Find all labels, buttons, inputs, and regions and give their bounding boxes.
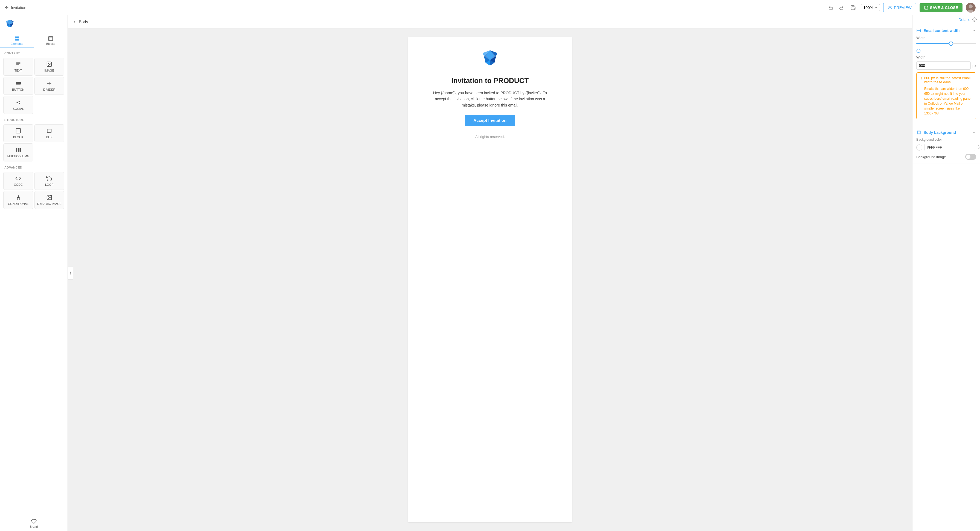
bg-color-label: Background color [916,138,976,141]
width-input-label: Width [916,55,976,59]
email-content-width-section: Email content width Width [912,24,980,126]
email-logo [479,48,501,70]
advanced-elements-grid: CODE LOOP CONDITIONAL [0,171,68,210]
body-background-label: Body background [923,130,956,135]
canvas-header: Body [68,15,912,29]
element-block[interactable]: BLOCK [3,124,33,142]
chevron-up-icon [972,29,976,33]
brand-label: Brand [30,525,38,528]
svg-point-26 [16,101,18,103]
element-box[interactable]: BOX [35,124,65,142]
element-conditional[interactable]: CONDITIONAL [3,191,33,209]
bg-image-toggle[interactable] [965,154,976,160]
svg-rect-31 [16,128,21,133]
color-hex-input[interactable] [924,144,975,151]
element-multicolumn[interactable]: MULTICOLUMN [3,143,33,162]
topbar: Invitation 100% PREVIEW [0,0,980,15]
bg-image-row: Background image [916,151,976,160]
element-code[interactable]: CODE [3,172,33,190]
zoom-value: 100% [863,5,873,10]
width-warning-box: ! 600 px is still the safest email width… [916,72,976,119]
collapse-sidebar-button[interactable] [68,266,73,280]
save-close-button[interactable]: SAVE & CLOSE [920,3,963,12]
width-input[interactable] [916,62,971,70]
email-content-width-label: Email content width [923,29,959,33]
width-slider-fill [916,43,952,44]
bg-image-label: Background image [916,155,946,159]
element-conditional-label: CONDITIONAL [8,202,29,205]
color-swatch[interactable] [916,144,922,151]
app-logo-icon [5,19,15,30]
svg-point-0 [889,7,891,8]
element-text[interactable]: TEXT [3,58,33,76]
canvas-area: Body [68,15,912,531]
redo-button[interactable] [837,3,845,12]
brand-button[interactable]: Brand [0,516,68,531]
logo [0,15,68,33]
undo-button[interactable] [827,3,835,12]
element-divider[interactable]: DIVIDER [35,77,65,95]
body-background-body: Background color [912,138,980,163]
svg-point-23 [48,63,49,63]
page-title: Invitation [11,5,26,10]
svg-point-27 [19,101,20,102]
width-unit: px [972,63,976,68]
element-block-label: BLOCK [13,135,23,139]
tab-elements-label: Elements [11,42,23,45]
save-draft-button[interactable] [849,3,858,12]
email-card[interactable]: Invitation to PRODUCT Hey {{name}}, you … [408,37,572,522]
svg-point-55 [979,146,980,148]
width-slider-thumb[interactable] [949,41,953,46]
user-avatar[interactable] [966,3,975,13]
svg-rect-34 [18,148,19,152]
back-button[interactable]: Invitation [5,5,26,10]
element-dynamic-image-label: DYNAMIC IMAGE [37,202,62,205]
body-background-title: Body background [916,130,956,135]
right-panel: Details Email content width Width [912,15,980,531]
content-section-label: CONTENT [0,48,68,57]
zoom-selector[interactable]: 100% [861,4,880,11]
canvas-scroll[interactable]: Invitation to PRODUCT Hey {{name}}, you … [68,29,912,531]
element-dynamic-image[interactable]: DYNAMIC IMAGE [35,191,65,209]
tab-blocks-label: Blocks [46,42,55,45]
element-loop[interactable]: LOOP [35,172,65,190]
body-background-header[interactable]: Body background [912,126,980,138]
settings-icon[interactable] [972,17,977,22]
svg-point-28 [19,103,20,104]
svg-line-29 [18,101,19,102]
preview-button[interactable]: PREVIEW [883,3,916,12]
width-input-row: px [916,62,976,70]
element-image[interactable]: IMAGE [35,58,65,76]
email-body: Hey {{name}}, you have been invited to P… [430,90,550,108]
element-button[interactable]: BUTTON [3,77,33,95]
svg-rect-33 [16,148,17,152]
element-button-label: BUTTON [12,88,24,91]
left-sidebar: Elements Blocks CONTENT TEXT [0,15,68,531]
details-link[interactable]: Details [958,17,970,22]
help-icon[interactable] [916,49,921,53]
toggle-thumb [966,155,970,159]
width-icon [916,28,921,33]
element-social[interactable]: SOCIAL [3,96,33,114]
svg-line-30 [18,103,19,103]
email-content-width-body: Width Width px [912,36,980,126]
element-box-label: BOX [46,135,52,139]
width-help-row [916,49,976,53]
tab-elements[interactable]: Elements [0,33,34,48]
svg-point-37 [48,196,49,197]
svg-rect-54 [918,132,920,133]
tab-blocks[interactable]: Blocks [34,33,68,48]
width-slider-track[interactable] [916,43,976,44]
body-background-section: Body background Background color [912,126,980,164]
structure-elements-grid: BLOCK BOX MULTICOLUMN [0,123,68,163]
color-picker-icon[interactable] [978,145,980,150]
svg-rect-13 [17,36,19,38]
sidebar-tabs: Elements Blocks [0,33,68,48]
email-title: Invitation to PRODUCT [451,76,528,85]
element-text-label: TEXT [14,69,22,72]
svg-rect-16 [49,36,53,41]
main-layout: Elements Blocks CONTENT TEXT [0,15,980,531]
email-cta-button[interactable]: Accept Invitation [465,115,515,126]
email-content-width-header[interactable]: Email content width [912,24,980,36]
svg-rect-14 [15,39,17,41]
